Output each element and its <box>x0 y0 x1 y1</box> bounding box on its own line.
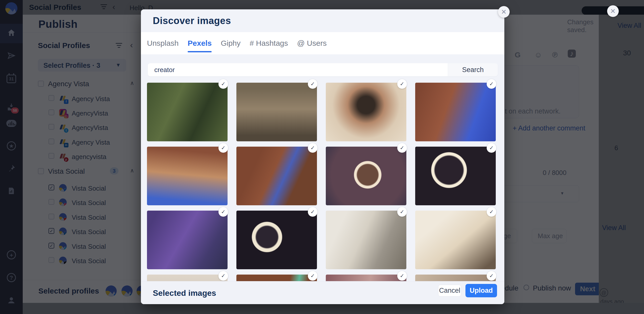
tab-users[interactable]: @ Users <box>297 32 327 54</box>
tab-unsplash[interactable]: Unsplash <box>147 32 179 54</box>
image-result[interactable]: ✓ <box>236 83 317 141</box>
filter-icon[interactable] <box>101 4 107 10</box>
profile-label[interactable]: Agency Vista <box>72 139 110 146</box>
add-another-comment-link[interactable]: + Add another comment <box>513 124 585 132</box>
search-input[interactable] <box>148 63 448 76</box>
check-icon[interactable]: ✓ <box>397 271 407 281</box>
tiktok-network-icon[interactable]: ♪ <box>568 50 576 58</box>
profile-checkbox[interactable] <box>48 139 54 144</box>
calendar-icon[interactable]: 31 <box>7 75 16 83</box>
profile-label[interactable]: Agency Vista <box>72 95 110 103</box>
image-result[interactable]: ✓ <box>326 83 406 141</box>
image-result[interactable]: ✓ <box>147 83 228 141</box>
count-value: 6 <box>614 144 618 152</box>
linkedin-badge-icon: in <box>130 294 133 297</box>
check-icon[interactable]: ✓ <box>308 143 317 153</box>
chevron-up-icon[interactable]: ∧ <box>130 167 134 174</box>
chevron-up-icon[interactable]: ∧ <box>130 80 134 86</box>
home-icon[interactable] <box>0 28 23 37</box>
image-result[interactable]: ✓ <box>236 211 317 269</box>
search-button[interactable]: Search <box>448 63 498 76</box>
listening-icon[interactable] <box>6 120 16 127</box>
profile-label[interactable]: Vista Social <box>72 257 106 265</box>
image-result[interactable]: ✓ <box>147 147 228 205</box>
image-result[interactable]: ✓ <box>415 147 496 205</box>
max-age-input[interactable]: Max age <box>532 229 567 243</box>
tab-giphy[interactable]: Giphy <box>221 32 240 54</box>
check-icon[interactable]: ✓ <box>487 271 496 281</box>
image-result[interactable]: ✓ <box>415 83 496 141</box>
check-icon[interactable]: ✓ <box>218 271 228 281</box>
check-icon[interactable]: ✓ <box>397 207 407 217</box>
collapse-panel-icon[interactable]: ‹ <box>130 41 133 49</box>
profile-checkbox[interactable] <box>48 153 54 159</box>
profile-checkbox[interactable] <box>48 214 54 219</box>
profile-label[interactable]: AgencyVista <box>72 109 108 117</box>
check-icon[interactable]: ✓ <box>397 79 407 89</box>
chevron-left-icon[interactable]: ‹ <box>112 3 115 10</box>
image-result[interactable]: ✓ <box>236 147 317 205</box>
image-result[interactable]: ✓ <box>147 211 228 269</box>
image-result[interactable]: ✓ <box>326 147 406 205</box>
selected-avatar-linkedin[interactable]: in <box>121 285 133 297</box>
profile-label[interactable]: Vista Social <box>72 243 106 251</box>
reviews-star-icon[interactable]: ★ <box>7 141 16 150</box>
view-all-link[interactable]: View All <box>617 22 641 30</box>
smiley-network-icon[interactable]: ☺ <box>534 51 542 59</box>
select-profiles-dropdown[interactable]: Select Profiles · 3 ▼ <box>38 59 126 72</box>
profile-checkbox[interactable] <box>48 109 54 115</box>
filter-icon[interactable] <box>116 43 122 49</box>
banner-close-icon[interactable]: ✕ <box>607 5 619 17</box>
group-checkbox[interactable] <box>38 168 44 174</box>
selected-avatar-facebook[interactable]: f <box>106 285 117 297</box>
publish-plane-icon[interactable] <box>0 51 23 60</box>
help-icon[interactable]: ? <box>7 273 16 282</box>
google-network-icon[interactable]: G <box>515 51 521 59</box>
tab-hashtags[interactable]: # Hashtags <box>250 32 288 54</box>
group-checkbox[interactable] <box>38 81 44 87</box>
reports-icon[interactable] <box>0 187 23 195</box>
profile-checkbox-checked[interactable]: ✓ <box>48 228 54 234</box>
check-icon[interactable]: ✓ <box>308 79 317 89</box>
cancel-button[interactable]: Cancel <box>438 285 461 297</box>
check-icon[interactable]: ✓ <box>487 207 496 217</box>
inbox-icon[interactable]: 58 <box>0 102 23 112</box>
agency-vista-avatar: f <box>59 95 67 102</box>
profile-label[interactable]: agencyvista <box>72 153 106 161</box>
profile-checkbox[interactable] <box>48 257 54 263</box>
image-result[interactable]: ✓ <box>415 211 496 269</box>
profile-label[interactable]: Vista Social <box>72 185 106 192</box>
check-icon[interactable]: ✓ <box>487 143 496 153</box>
check-icon[interactable]: ✓ <box>218 207 228 217</box>
selected-profiles-label: Selected profiles <box>38 287 99 295</box>
profile-label[interactable]: AgencyVista <box>72 124 108 132</box>
pinterest-network-icon[interactable]: ℗ <box>552 51 558 59</box>
tab-pexels[interactable]: Pexels <box>188 32 212 54</box>
profile-checkbox[interactable] <box>48 124 54 130</box>
check-icon[interactable]: ✓ <box>308 271 317 281</box>
account-avatar-icon[interactable] <box>0 295 23 305</box>
check-icon[interactable]: ✓ <box>397 143 407 153</box>
check-icon[interactable]: ✓ <box>218 79 228 89</box>
agency-vista-avatar: t <box>59 123 67 131</box>
add-plus-icon[interactable]: ＋ <box>7 250 16 259</box>
view-all-link[interactable]: View All <box>602 224 626 232</box>
profile-checkbox[interactable] <box>48 199 54 205</box>
profile-checkbox-checked[interactable]: ✓ <box>48 243 54 249</box>
profile-label[interactable]: Vista Social <box>72 214 106 221</box>
profile-label[interactable]: Vista Social <box>72 228 106 236</box>
profile-label[interactable]: Vista Social <box>72 199 106 207</box>
image-result[interactable]: ✓ <box>326 211 406 269</box>
modal-close-icon[interactable]: ✕ <box>498 6 510 18</box>
check-icon[interactable]: ✓ <box>308 207 317 217</box>
pin-icon[interactable] <box>0 164 23 173</box>
check-icon[interactable]: ✓ <box>218 143 228 153</box>
check-icon[interactable]: ✓ <box>487 79 496 89</box>
next-button[interactable]: Next <box>575 283 600 295</box>
publish-now-label[interactable]: Publish now <box>533 284 571 292</box>
profile-checkbox-checked[interactable]: ✓ <box>48 185 54 190</box>
upload-button[interactable]: Upload <box>465 284 497 297</box>
publish-now-radio[interactable] <box>524 285 529 290</box>
vista-social-logo-icon[interactable] <box>5 2 17 14</box>
profile-checkbox[interactable] <box>48 95 54 101</box>
